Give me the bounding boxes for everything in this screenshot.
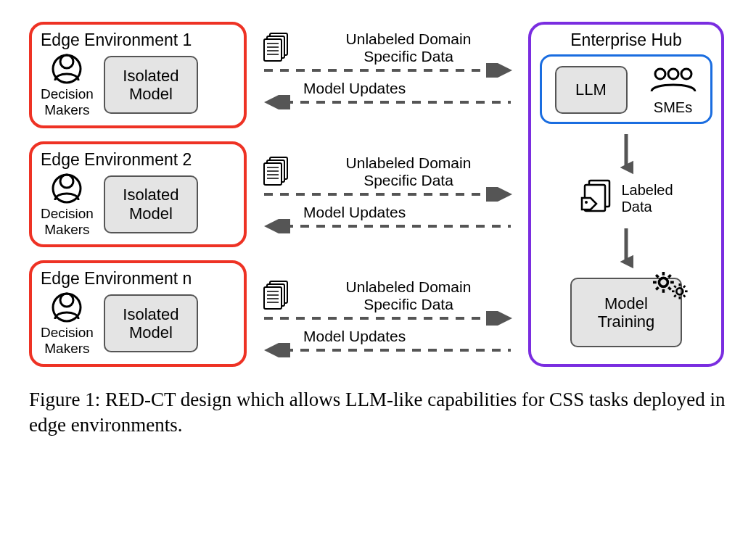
person-icon (51, 290, 83, 325)
arrow-from-hub-icon (258, 223, 517, 230)
arrow-down-icon (619, 131, 633, 178)
isolated-model-box: Isolated Model (104, 56, 198, 114)
isolated-model-label: Isolated Model (123, 305, 178, 342)
decision-makers: Decision Makers (41, 51, 94, 118)
arrow-to-hub-icon (258, 191, 517, 198)
edge-environments-column: Edge Environment 1 Decision Makers Isola… (29, 22, 247, 367)
exchange-3: Unlabeled Domain Specific Data Model Upd… (258, 278, 517, 354)
exchange-2: Unlabeled Domain Specific Data Model Upd… (258, 154, 517, 230)
arrow-from-hub-icon (258, 99, 517, 106)
decision-makers: Decision Makers (41, 290, 94, 357)
enterprise-hub: Enterprise Hub LLM SMEs Labeled Data Mod… (528, 22, 724, 367)
documents-icon (258, 156, 296, 188)
edge-env-title: Edge Environment 2 (41, 150, 237, 170)
person-icon (51, 51, 83, 86)
decision-makers-label: Decision Makers (41, 206, 94, 238)
exchange-1: Unlabeled Domain Specific Data Model Upd… (258, 30, 517, 106)
isolated-model-label: Isolated Model (123, 67, 178, 104)
decision-makers: Decision Makers (41, 171, 94, 238)
isolated-model-box: Isolated Model (104, 175, 198, 233)
llm-label: LLM (575, 80, 607, 99)
person-icon (51, 171, 83, 206)
arrow-to-hub-icon (258, 315, 517, 322)
arrow-to-hub-icon (258, 67, 517, 74)
red-ct-diagram: Edge Environment 1 Decision Makers Isola… (29, 22, 727, 367)
model-training-box: Model Training (570, 278, 682, 347)
isolated-model-label: Isolated Model (123, 186, 178, 223)
llm-box: LLM (555, 66, 628, 114)
model-training-label: Model Training (598, 294, 655, 331)
hub-title: Enterprise Hub (570, 30, 681, 50)
labeled-data: Labeled Data (579, 179, 673, 218)
documents-icon (258, 280, 296, 312)
edge-env-title: Edge Environment 1 (41, 30, 237, 50)
unlabeled-data-label: Unlabeled Domain Specific Data (300, 30, 517, 65)
unlabeled-data-label: Unlabeled Domain Specific Data (300, 278, 517, 313)
documents-icon (258, 32, 296, 64)
labeled-data-label: Labeled Data (621, 182, 673, 215)
arrow-down-icon (619, 225, 633, 272)
edge-environment-n: Edge Environment n Decision Makers Isola… (29, 260, 247, 367)
edge-env-title: Edge Environment n (41, 269, 237, 289)
figure-caption: Figure 1: RED-CT design which allows LLM… (29, 387, 726, 438)
gears-icon (650, 270, 691, 309)
smes-label: SMEs (654, 99, 692, 116)
data-exchange-column: Unlabeled Domain Specific Data Model Upd… (258, 22, 517, 367)
hub-top-group: LLM SMEs (540, 54, 712, 124)
smes: SMEs (649, 64, 698, 116)
decision-makers-label: Decision Makers (41, 325, 94, 357)
decision-makers-label: Decision Makers (41, 86, 94, 118)
tagged-documents-icon (579, 179, 614, 218)
isolated-model-box: Isolated Model (104, 294, 198, 352)
edge-environment-2: Edge Environment 2 Decision Makers Isola… (29, 141, 247, 248)
arrow-from-hub-icon (258, 347, 517, 354)
edge-environment-1: Edge Environment 1 Decision Makers Isola… (29, 22, 247, 128)
people-icon (649, 64, 698, 99)
unlabeled-data-label: Unlabeled Domain Specific Data (300, 154, 517, 189)
